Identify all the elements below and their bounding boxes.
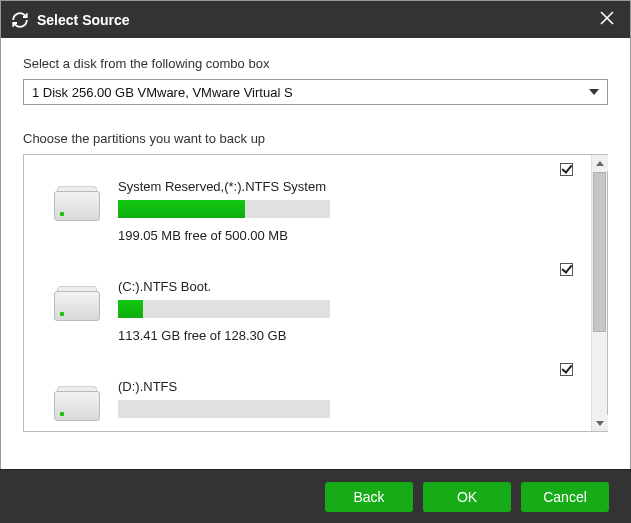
scrollbar[interactable] [591, 155, 607, 431]
partitions-list: System Reserved,(*:).NTFS System 199.05 … [24, 155, 591, 431]
partitions-frame: System Reserved,(*:).NTFS System 199.05 … [23, 154, 608, 432]
partition-free-text: 113.41 GB free of 128.30 GB [118, 328, 581, 343]
disk-combo-text: 1 Disk 256.00 GB VMware, VMware Virtual … [32, 85, 589, 100]
scroll-down-button[interactable] [592, 415, 608, 431]
disk-select-label: Select a disk from the following combo b… [23, 56, 608, 71]
cancel-button[interactable]: Cancel [521, 482, 609, 512]
disk-icon [54, 385, 100, 421]
partition-usage-fill [118, 300, 143, 318]
back-button[interactable]: Back [325, 482, 413, 512]
dropdown-caret-icon [589, 89, 599, 95]
partition-item: (D:).NTFS [24, 361, 591, 431]
disk-icon [54, 185, 100, 221]
scroll-thumb[interactable] [593, 172, 606, 332]
partition-usage-bar [118, 200, 330, 218]
footer: Back OK Cancel [0, 469, 631, 523]
disk-combo[interactable]: 1 Disk 256.00 GB VMware, VMware Virtual … [23, 79, 608, 105]
ok-button[interactable]: OK [423, 482, 511, 512]
title-bar: Select Source [1, 1, 630, 38]
partition-checkbox[interactable] [560, 263, 573, 276]
partitions-label: Choose the partitions you want to back u… [23, 131, 608, 146]
partition-item: (C:).NTFS Boot. 113.41 GB free of 128.30… [24, 261, 591, 361]
partition-usage-bar [118, 400, 330, 418]
close-button[interactable] [594, 8, 620, 31]
chevron-up-icon [596, 161, 604, 166]
partition-item: System Reserved,(*:).NTFS System 199.05 … [24, 161, 591, 261]
partition-name: System Reserved,(*:).NTFS System [118, 179, 581, 194]
scroll-up-button[interactable] [592, 155, 608, 171]
chevron-down-icon [596, 421, 604, 426]
partition-name: (C:).NTFS Boot. [118, 279, 581, 294]
partition-free-text: 199.05 MB free of 500.00 MB [118, 228, 581, 243]
partition-checkbox[interactable] [560, 163, 573, 176]
content-area: Select a disk from the following combo b… [1, 38, 630, 432]
partition-name: (D:).NTFS [118, 379, 581, 394]
partition-usage-fill [118, 200, 245, 218]
partition-usage-bar [118, 300, 330, 318]
disk-icon [54, 285, 100, 321]
window-title: Select Source [37, 12, 130, 28]
cycle-icon [11, 11, 29, 29]
partition-checkbox[interactable] [560, 363, 573, 376]
